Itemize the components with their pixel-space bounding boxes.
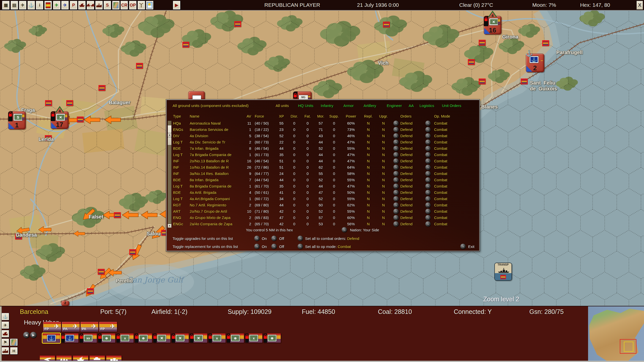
tab-infantry[interactable]: Infantry [321,103,333,108]
nation-arrow-button[interactable]: → [342,227,347,232]
opmode-arrow-button[interactable]: → [425,221,431,227]
orders-arrow-button[interactable]: → [393,196,399,201]
anchor-filter-button[interactable]: ⚓ [2,313,9,320]
unit-row[interactable]: BDE7a Infan. Brigada8(46 / 54)440052055%… [167,145,479,152]
unit-opmode[interactable]: Combat [434,215,458,220]
unit-counter-cervera[interactable] [188,91,205,100]
unit-orders[interactable]: Defend [400,134,422,138]
operations-button[interactable]: OP [129,1,137,10]
orders-arrow-button[interactable]: → [393,158,399,164]
orders-arrow-button[interactable]: → [393,209,399,214]
orders-arrow-button[interactable]: → [393,139,399,145]
unit-opmode[interactable]: Combat [434,190,458,195]
unit-opmode[interactable]: Combat [434,121,458,125]
naval-transfer-button[interactable]: ⚓ [27,1,35,10]
naval-transport-counter[interactable]: TRANSP [494,263,512,281]
orders-arrow-button[interactable]: → [393,152,399,157]
scrollbar-thumb[interactable]: ∧∧∧◆∨∨∨ [168,125,172,145]
opmode-arrow-button[interactable]: → [425,209,431,214]
ground-unit-counter[interactable]: ×= [171,333,189,343]
ground-unit-counter[interactable]: ⊗- [263,333,281,343]
scroll-down-button[interactable]: ▼ [168,224,172,228]
info-button[interactable]: i [36,1,43,10]
ground-unit-counter[interactable]: ⚓= [61,333,79,343]
air-unit-counter[interactable]: ✈FP [43,322,61,332]
air-filter-button[interactable]: ✈ [2,321,9,329]
naval-units-button[interactable] [78,1,86,10]
tab-unit-orders[interactable]: Unit Orders [442,103,461,108]
orders-arrow-button[interactable]: → [393,127,399,132]
upgrades-on-button[interactable]: → [254,236,260,241]
map-overview-button[interactable] [112,1,120,10]
orders-arrow-button[interactable]: → [393,190,399,195]
unit-row[interactable]: INF3a/No.14 Res. Batallon9(64 / 77)24005… [167,170,479,177]
unit-row[interactable]: ENG4o Grupo Mixto de Zapa2(65 / 83)47005… [167,214,479,221]
unit-orders[interactable]: Defend [400,203,422,207]
air-units-blue-button[interactable]: ✈ [61,1,69,10]
orders-arrow-button[interactable]: → [393,133,399,138]
unit-opmode[interactable]: Combat [434,153,458,157]
ground-unit-counter[interactable]: x [116,333,134,343]
unit-row[interactable]: Log T7a Brigada Compania de1(61 / 73)350… [167,152,479,158]
unit-opmode[interactable]: Combat [434,197,458,201]
air-transfer-button[interactable]: ✈ [19,1,26,10]
unit-row[interactable]: BDE8a Infan. Brigada7(44 / 54)440052055%… [167,177,479,183]
opmode-arrow-button[interactable]: → [425,146,431,151]
minimap-toggle-button[interactable] [10,339,18,346]
ground-unit-counter[interactable]: x [208,333,226,343]
unit-orders[interactable]: Defend [400,171,422,176]
tab-engineer[interactable]: Engineer [387,103,402,108]
tab-aa[interactable]: AA [409,103,414,108]
opmode-arrow-button[interactable]: → [425,158,431,164]
close-icon[interactable]: X [636,1,643,10]
unit-row[interactable]: Log T4a Div. Servicio de Tr2(60 / 73)220… [167,139,479,145]
combat-report-button[interactable]: CR [120,1,128,10]
unit-row[interactable]: ENGc2a/4o Compania de Zapa2(65 / 70)4200… [167,221,479,227]
unit-orders[interactable]: Defend [400,222,422,226]
unit-row[interactable]: DIV4a Division5(38 / 54)520043046%NN→Def… [167,133,479,139]
tab-hq-units[interactable]: HQ Units [298,103,313,108]
orders-arrow-button[interactable]: → [393,177,399,183]
opmode-arrow-button[interactable]: → [425,202,431,208]
fleet-filter-button[interactable] [2,330,9,337]
unit-row[interactable]: Log T4a Art.Brigada Compani1(60 / 72)340… [167,196,479,202]
unit-opmode[interactable]: Combat [434,209,458,213]
tab-armor[interactable]: Armor [343,103,354,108]
orders-arrow-button[interactable]: → [393,184,399,189]
unit-orders[interactable]: Defend [400,215,422,220]
unit-opmode[interactable]: Combat [434,140,458,144]
minimap[interactable] [588,306,644,362]
upgrades-off-button[interactable]: → [271,236,277,241]
air-unit-counter[interactable]: ✈FP [99,322,117,332]
unit-opmode[interactable]: Combat [434,178,458,182]
prev-unit-button[interactable]: ◀ [23,332,29,338]
unit-counter-hidden[interactable]: MG [293,91,312,99]
ground-unit-counter[interactable]: x [245,333,263,343]
save-button[interactable]: ▦ [2,1,10,10]
orders-arrow-button[interactable]: → [393,215,399,220]
orders-arrow-button[interactable]: → [393,171,399,176]
unit-opmode[interactable]: Combat [434,134,458,138]
orders-arrow-button[interactable]: → [393,202,399,208]
next-unit-button[interactable]: ▶ [30,332,37,338]
opmode-arrow-button[interactable]: → [425,152,431,157]
ground-unit-counter[interactable]: ×= [190,333,207,343]
opmode-arrow-button[interactable]: → [425,190,431,195]
exit-label[interactable]: Exit [468,244,474,249]
unit-opmode[interactable]: Combat [434,203,458,207]
end-turn-button[interactable]: ▶ [173,1,180,10]
unit-opmode[interactable]: Combat [434,184,458,188]
unit-row[interactable]: BDE4a Artil. Brigada4(50 / 61)410047050%… [167,189,479,196]
opmode-arrow-button[interactable]: → [425,215,431,220]
opmode-arrow-button[interactable]: → [425,133,431,138]
opmode-arrow-button[interactable]: → [425,127,431,132]
opmode-arrow-button[interactable]: → [425,171,431,176]
unit-opmode[interactable]: Combat [434,165,458,169]
air-units-green-button[interactable]: ✈ [53,1,60,10]
air-unit-counter[interactable]: ✈PA [80,322,99,332]
unit-row[interactable]: INF2o/No.13 Batallon de R16(46 / 54)5100… [167,158,479,164]
unit-row[interactable]: INF1o/No.14 Batallon de R26(72 / 86)5100… [167,164,479,170]
opmode-arrow-button[interactable]: → [425,196,431,201]
unit-opmode[interactable]: Combat [434,222,458,226]
ground-unit-counter[interactable]: xx [79,333,97,343]
